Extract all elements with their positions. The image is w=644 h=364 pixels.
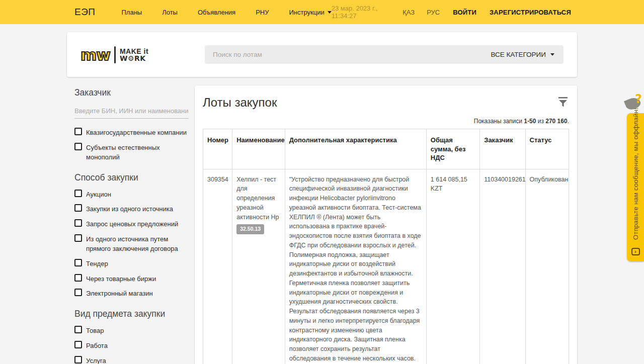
filter-checkbox-row[interactable]: Товар [74, 326, 189, 336]
lot-code-badge: 32.50.13 [236, 224, 264, 234]
records-total: 270 160 [545, 118, 567, 125]
cell-lot-sum: 1 614 085,15 KZT [426, 169, 479, 364]
checkbox-label: Субъекты естественных монополий [86, 143, 189, 162]
filter-checkbox-row[interactable]: Закупки из одного источника [74, 205, 189, 214]
filter-checkbox-row[interactable]: Субъекты естественных монополий [74, 143, 189, 162]
checkbox-unchecked-icon[interactable] [74, 259, 82, 266]
cell-lot-name: Хелпил - тест для определения уреазной а… [232, 169, 285, 364]
checkbox-unchecked-icon[interactable] [74, 274, 82, 282]
nav-item[interactable]: РНУ [256, 9, 269, 16]
language-switcher: ҚАЗРУС [403, 9, 440, 16]
lots-panel: Лоты закупок Показаны записи 1-50 из 270… [195, 85, 577, 364]
main-nav: ПланыЛотыОбъявленияРНУ [122, 9, 269, 16]
logo-line1: MAKE it [120, 48, 148, 55]
checkbox-unchecked-icon[interactable] [74, 219, 82, 227]
topbar-right: 23 мар. 2023 г., 11:34:27 ҚАЗРУС ВОЙТИ З… [332, 5, 571, 20]
nav-item[interactable]: Лоты [162, 9, 178, 16]
records-prefix: Показаны записи [474, 118, 522, 125]
nav-item[interactable]: Объявления [198, 9, 235, 16]
filter-checkbox-row[interactable]: Квазигосударственные компании [74, 128, 189, 138]
checkbox-label: Работа [86, 341, 108, 351]
cell-lot-number: 309354 [203, 169, 232, 364]
checkbox-unchecked-icon[interactable] [74, 128, 82, 135]
filter-checkbox-row[interactable]: Запрос ценовых предложений [74, 220, 189, 229]
language-option[interactable]: РУС [427, 9, 440, 16]
table-column-header[interactable]: Наименование [232, 129, 285, 169]
method-options: Аукцион Закупки из одного источника Запр… [74, 190, 189, 299]
records-suffix: . [568, 118, 569, 125]
table-column-header[interactable]: Статус [525, 129, 569, 169]
table-column-header[interactable]: Дополнительная характеристика [285, 129, 426, 169]
filter-checkbox-row[interactable]: Электронный магазин [74, 289, 189, 299]
search-input[interactable] [205, 51, 481, 58]
brand-logo[interactable]: ЕЭП [74, 7, 96, 18]
records-of: из [538, 118, 544, 125]
cell-lot-customer: 110340019261 [480, 169, 525, 364]
customer-bin-input[interactable] [74, 105, 189, 119]
checkbox-label: Запрос ценовых предложений [86, 220, 178, 229]
table-column-header[interactable]: Общая сумма, без НДС [426, 129, 479, 169]
lot-name-text: Хелпил - тест для определения уреазной а… [236, 175, 280, 222]
search-panel: mw MAKE it W⚙RK ВСЕ КАТЕГОРИИ [67, 32, 577, 77]
chevron-down-icon [550, 53, 554, 56]
logo-text: MAKE it W⚙RK [120, 48, 148, 62]
current-datetime: 23 мар. 2023 г., 11:34:27 [332, 5, 385, 20]
checkbox-unchecked-icon[interactable] [74, 289, 82, 296]
lot-search-box: ВСЕ КАТЕГОРИИ [205, 45, 564, 64]
filter-title-method: Способ закупки [74, 172, 189, 183]
lots-table: НомерНаименованиеДополнительная характер… [203, 129, 569, 364]
checkbox-unchecked-icon[interactable] [74, 190, 82, 197]
checkbox-unchecked-icon[interactable] [74, 341, 82, 348]
records-range: 1-50 [524, 118, 536, 125]
login-button[interactable]: ВОЙТИ [453, 9, 476, 16]
chat-bubble-icon[interactable]: ? [625, 93, 642, 115]
filter-checkbox-row[interactable]: Из одного источника путем прямого заключ… [74, 235, 189, 254]
chevron-down-icon [328, 11, 332, 14]
cell-lot-description: "Устройство предназначено для быстрой сп… [285, 169, 426, 364]
checkbox-label: Услуга [86, 356, 106, 364]
nav-dropdown-label: Инструкции [289, 9, 325, 16]
cell-lot-status: Опубликован [525, 169, 569, 364]
logo-divider [114, 46, 116, 63]
checkbox-label: Из одного источника путем прямого заключ… [86, 235, 189, 254]
records-summary: Показаны записи 1-50 из 270 160. [203, 118, 569, 125]
makeitwork-logo[interactable]: mw MAKE it W⚙RK [80, 46, 189, 64]
nav-item-instructions-dropdown[interactable]: Инструкции [289, 9, 332, 16]
mw-logo-icon: mw [80, 46, 110, 64]
register-button[interactable]: ЗАРЕГИСТРИРОВАТЬСЯ [490, 9, 571, 16]
filter-checkbox-row[interactable]: Через товарные биржи [74, 275, 189, 284]
table-row[interactable]: 309354 Хелпил - тест для определения уре… [203, 169, 569, 364]
content-area: Заказчик Квазигосударственные компании С… [0, 77, 644, 364]
logo-line2: W⚙RK [120, 55, 148, 62]
checkbox-label: Электронный магазин [86, 289, 153, 299]
filter-checkbox-row[interactable]: Тендер [74, 259, 189, 269]
subject-options: Товар Работа Услуга [74, 326, 189, 364]
checkbox-unchecked-icon[interactable] [74, 356, 82, 363]
table-header-row: НомерНаименованиеДополнительная характер… [203, 129, 569, 169]
filter-title-customer: Заказчик [74, 87, 189, 98]
checkbox-unchecked-icon[interactable] [74, 326, 82, 333]
checkbox-unchecked-icon[interactable] [74, 204, 82, 212]
table-column-header[interactable]: Номер [203, 129, 232, 169]
top-navigation-bar: ЕЭП ПланыЛотыОбъявленияРНУ Инструкции 23… [0, 0, 644, 24]
table-column-header[interactable]: Заказчик [480, 129, 525, 169]
filter-title-subject: Вид предмета закупки [74, 309, 189, 319]
nav-item[interactable]: Планы [122, 9, 142, 16]
question-mark-icon: ? [635, 92, 642, 106]
customer-options: Квазигосударственные компании Субъекты е… [74, 128, 189, 162]
checkbox-unchecked-icon[interactable] [74, 143, 82, 150]
offline-chat-tab[interactable]: Отправьте нам сообщение, мы оффлайн! › [627, 113, 644, 261]
filter-checkbox-row[interactable]: Услуга [74, 356, 189, 364]
checkbox-unchecked-icon[interactable] [74, 234, 82, 242]
filter-funnel-icon[interactable] [557, 96, 569, 111]
chat-offline-message: Отправьте нам сообщение, мы оффлайн! [632, 108, 639, 240]
page-title: Лоты закупок [203, 96, 277, 110]
filters-sidebar: Заказчик Квазигосударственные компании С… [74, 85, 189, 364]
categories-label: ВСЕ КАТЕГОРИИ [491, 51, 546, 58]
language-option[interactable]: ҚАЗ [403, 9, 415, 16]
filter-checkbox-row[interactable]: Аукцион [74, 190, 189, 200]
filter-checkbox-row[interactable]: Работа [74, 341, 189, 351]
checkbox-label: Через товарные биржи [86, 275, 156, 284]
checkbox-label: Квазигосударственные компании [86, 128, 187, 138]
all-categories-dropdown[interactable]: ВСЕ КАТЕГОРИИ [481, 45, 564, 64]
